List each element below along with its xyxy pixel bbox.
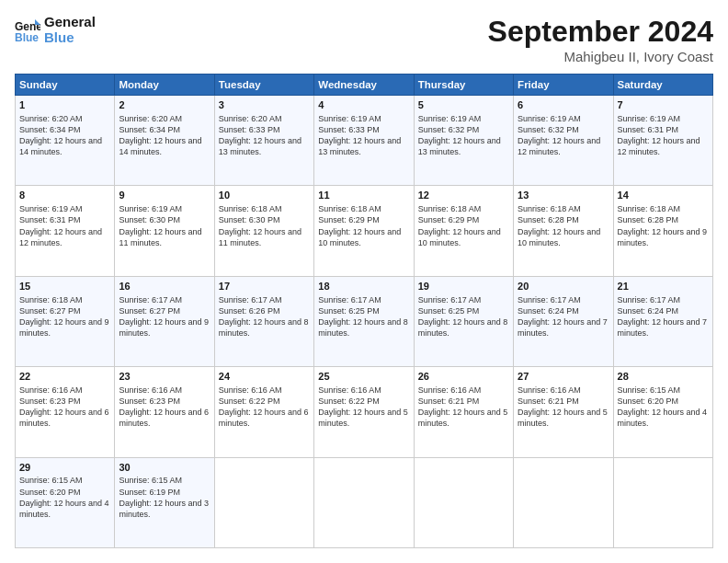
day-number: 11 xyxy=(318,189,409,202)
sunset-text: Sunset: 6:31 PM xyxy=(19,215,81,224)
daylight-text: Daylight: 12 hours and 10 minutes. xyxy=(418,227,501,247)
daylight-text: Daylight: 12 hours and 9 minutes. xyxy=(119,317,209,338)
sunrise-text: Sunrise: 6:17 AM xyxy=(618,295,681,304)
calendar-cell: 12Sunrise: 6:18 AMSunset: 6:29 PMDayligh… xyxy=(414,186,513,276)
sunrise-text: Sunrise: 6:16 AM xyxy=(318,385,381,395)
calendar-cell: 19Sunrise: 6:17 AMSunset: 6:25 PMDayligh… xyxy=(414,276,513,366)
daylight-text: Daylight: 12 hours and 8 minutes. xyxy=(318,317,408,338)
sunset-text: Sunset: 6:23 PM xyxy=(119,396,180,406)
sunrise-text: Sunrise: 6:17 AM xyxy=(318,295,381,304)
calendar-cell: 14Sunrise: 6:18 AMSunset: 6:28 PMDayligh… xyxy=(613,186,712,276)
sunrise-text: Sunrise: 6:19 AM xyxy=(618,114,681,123)
sunrise-text: Sunrise: 6:15 AM xyxy=(119,476,182,485)
sunset-text: Sunset: 6:22 PM xyxy=(318,396,380,406)
daylight-text: Daylight: 12 hours and 12 minutes. xyxy=(518,136,600,156)
calendar-cell: 21Sunrise: 6:17 AMSunset: 6:24 PMDayligh… xyxy=(613,276,712,366)
sunset-text: Sunset: 6:32 PM xyxy=(518,125,579,134)
daylight-text: Daylight: 12 hours and 10 minutes. xyxy=(318,227,401,247)
sunset-text: Sunset: 6:23 PM xyxy=(19,396,81,406)
sunrise-text: Sunrise: 6:15 AM xyxy=(19,476,83,485)
calendar-cell: 8Sunrise: 6:19 AMSunset: 6:31 PMDaylight… xyxy=(16,186,115,276)
sunrise-text: Sunrise: 6:16 AM xyxy=(19,385,83,395)
sunrise-text: Sunrise: 6:19 AM xyxy=(19,204,83,213)
day-number: 1 xyxy=(19,98,110,112)
sunrise-text: Sunrise: 6:19 AM xyxy=(318,114,381,123)
daylight-text: Daylight: 12 hours and 14 minutes. xyxy=(19,136,102,156)
sunrise-text: Sunrise: 6:16 AM xyxy=(518,385,581,395)
day-number: 23 xyxy=(119,370,210,384)
calendar-cell: 30Sunrise: 6:15 AMSunset: 6:19 PMDayligh… xyxy=(115,457,214,547)
day-number: 6 xyxy=(518,98,609,112)
day-number: 14 xyxy=(618,189,709,202)
calendar-cell: 17Sunrise: 6:17 AMSunset: 6:26 PMDayligh… xyxy=(214,276,313,366)
calendar-cell: 15Sunrise: 6:18 AMSunset: 6:27 PMDayligh… xyxy=(16,276,115,366)
daylight-text: Daylight: 12 hours and 5 minutes. xyxy=(418,408,508,428)
calendar-cell xyxy=(414,457,513,547)
logo: General Blue General Blue xyxy=(15,15,96,45)
daylight-text: Daylight: 12 hours and 5 minutes. xyxy=(318,408,408,428)
sunset-text: Sunset: 6:20 PM xyxy=(19,488,81,497)
sunset-text: Sunset: 6:21 PM xyxy=(518,396,579,406)
sunrise-text: Sunrise: 6:17 AM xyxy=(518,295,581,304)
calendar-cell xyxy=(514,457,613,547)
daylight-text: Daylight: 12 hours and 5 minutes. xyxy=(518,408,608,428)
calendar-cell: 9Sunrise: 6:19 AMSunset: 6:30 PMDaylight… xyxy=(115,186,214,276)
day-header-monday: Monday xyxy=(115,75,214,96)
day-header-thursday: Thursday xyxy=(414,75,513,96)
sunset-text: Sunset: 6:20 PM xyxy=(618,396,679,406)
sunrise-text: Sunrise: 6:20 AM xyxy=(219,114,282,123)
calendar-cell: 28Sunrise: 6:15 AMSunset: 6:20 PMDayligh… xyxy=(613,367,712,457)
sunset-text: Sunset: 6:33 PM xyxy=(318,125,380,134)
calendar-cell xyxy=(613,457,712,547)
calendar-cell: 5Sunrise: 6:19 AMSunset: 6:32 PMDaylight… xyxy=(414,96,513,186)
daylight-text: Daylight: 12 hours and 14 minutes. xyxy=(119,136,201,156)
daylight-text: Daylight: 12 hours and 6 minutes. xyxy=(119,408,209,428)
day-number: 8 xyxy=(19,189,110,202)
sunset-text: Sunset: 6:24 PM xyxy=(518,306,579,316)
sunrise-text: Sunrise: 6:16 AM xyxy=(418,385,482,395)
day-header-friday: Friday xyxy=(514,75,613,96)
daylight-text: Daylight: 12 hours and 4 minutes. xyxy=(618,408,708,428)
daylight-text: Daylight: 12 hours and 10 minutes. xyxy=(518,227,600,247)
calendar-cell: 1Sunrise: 6:20 AMSunset: 6:34 PMDaylight… xyxy=(16,96,115,186)
calendar-cell: 6Sunrise: 6:19 AMSunset: 6:32 PMDaylight… xyxy=(514,96,613,186)
calendar-cell: 24Sunrise: 6:16 AMSunset: 6:22 PMDayligh… xyxy=(214,367,313,457)
calendar-page: General Blue General Blue September 2024… xyxy=(0,0,728,563)
daylight-text: Daylight: 12 hours and 9 minutes. xyxy=(19,317,109,338)
sunrise-text: Sunrise: 6:17 AM xyxy=(219,295,282,304)
daylight-text: Daylight: 12 hours and 8 minutes. xyxy=(219,317,309,338)
logo-icon: General Blue xyxy=(15,17,40,43)
day-number: 9 xyxy=(119,189,210,202)
daylight-text: Daylight: 12 hours and 3 minutes. xyxy=(119,499,209,519)
sunset-text: Sunset: 6:33 PM xyxy=(219,125,280,134)
header: General Blue General Blue September 2024… xyxy=(15,15,713,64)
day-number: 30 xyxy=(119,461,210,475)
calendar-cell: 27Sunrise: 6:16 AMSunset: 6:21 PMDayligh… xyxy=(514,367,613,457)
logo-text-line1: General xyxy=(44,15,96,30)
location-title: Mahigbeu II, Ivory Coast xyxy=(488,49,713,64)
sunrise-text: Sunrise: 6:20 AM xyxy=(19,114,83,123)
calendar-table: SundayMondayTuesdayWednesdayThursdayFrid… xyxy=(15,74,713,548)
sunrise-text: Sunrise: 6:15 AM xyxy=(618,385,681,395)
day-number: 27 xyxy=(518,370,609,384)
sunset-text: Sunset: 6:21 PM xyxy=(418,396,480,406)
daylight-text: Daylight: 12 hours and 9 minutes. xyxy=(618,227,708,247)
daylight-text: Daylight: 12 hours and 7 minutes. xyxy=(518,317,608,338)
day-number: 26 xyxy=(418,370,509,384)
sunset-text: Sunset: 6:34 PM xyxy=(119,125,180,134)
sunset-text: Sunset: 6:27 PM xyxy=(119,306,180,316)
sunset-text: Sunset: 6:29 PM xyxy=(418,215,480,224)
calendar-cell: 10Sunrise: 6:18 AMSunset: 6:30 PMDayligh… xyxy=(214,186,313,276)
sunrise-text: Sunrise: 6:17 AM xyxy=(119,295,182,304)
calendar-cell: 22Sunrise: 6:16 AMSunset: 6:23 PMDayligh… xyxy=(16,367,115,457)
day-number: 19 xyxy=(418,280,509,293)
sunrise-text: Sunrise: 6:18 AM xyxy=(219,204,282,213)
month-title: September 2024 xyxy=(488,15,713,49)
day-number: 10 xyxy=(219,189,310,202)
sunset-text: Sunset: 6:30 PM xyxy=(119,215,180,224)
day-number: 18 xyxy=(318,280,409,293)
calendar-cell: 23Sunrise: 6:16 AMSunset: 6:23 PMDayligh… xyxy=(115,367,214,457)
calendar-cell: 18Sunrise: 6:17 AMSunset: 6:25 PMDayligh… xyxy=(314,276,414,366)
svg-text:Blue: Blue xyxy=(15,31,39,43)
sunset-text: Sunset: 6:28 PM xyxy=(618,215,679,224)
